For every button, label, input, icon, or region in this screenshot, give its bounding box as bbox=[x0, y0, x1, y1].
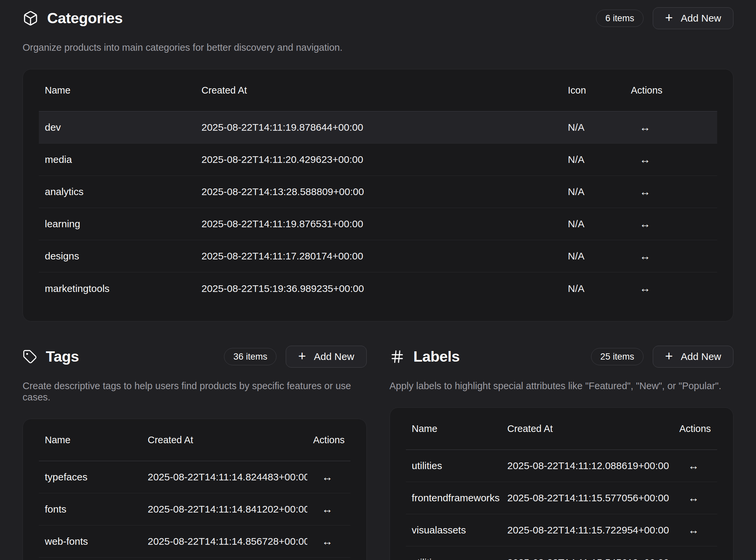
labels-card: Name Created At Actions utilities 2025-0… bbox=[390, 407, 734, 560]
cell-actions: ↔ bbox=[673, 492, 717, 504]
left-right-arrow-icon[interactable]: ↔ bbox=[688, 524, 699, 536]
plus-icon: + bbox=[665, 349, 673, 363]
table-row[interactable]: fonts 2025-08-22T14:11:14.841202+00:00 ↔ bbox=[39, 493, 351, 525]
table-row[interactable]: utilities 2025-08-22T14:11:12.088619+00:… bbox=[406, 450, 717, 482]
column-header-actions: Actions bbox=[673, 423, 717, 434]
table-row[interactable]: designs 2025-08-22T14:11:17.280174+00:00… bbox=[39, 240, 717, 272]
cell-created-at: 2025-08-22T14:11:17.280174+00:00 bbox=[196, 251, 562, 262]
table-row[interactable]: learning 2025-08-22T14:11:19.876531+00:0… bbox=[39, 208, 717, 240]
cell-name: fonts bbox=[39, 504, 142, 515]
cell-created-at: 2025-08-22T14:11:20.429623+00:00 bbox=[196, 154, 562, 165]
tags-title: Tags bbox=[46, 348, 79, 365]
cell-name: media bbox=[39, 154, 196, 165]
cell-actions: ↔ bbox=[625, 122, 717, 133]
categories-add-new-button[interactable]: + Add New bbox=[653, 7, 733, 29]
left-right-arrow-icon[interactable]: ↔ bbox=[639, 283, 651, 294]
cell-name: dev bbox=[39, 122, 196, 133]
add-new-label: Add New bbox=[681, 351, 721, 362]
categories-table-header: Name Created At Icon Actions bbox=[39, 69, 717, 112]
tags-table-body: typefaces 2025-08-22T14:11:14.824483+00:… bbox=[39, 461, 351, 560]
cell-created-at: 2025-08-22T14:11:19.878644+00:00 bbox=[196, 122, 562, 133]
cell-actions: ↔ bbox=[307, 504, 351, 515]
table-row[interactable]: utilities 2025-08-22T14:11:15.545619+00:… bbox=[406, 546, 717, 560]
cell-name: web-fonts bbox=[39, 536, 142, 547]
cell-icon: N/A bbox=[562, 122, 625, 133]
table-row[interactable]: analytics 2025-08-22T14:13:28.588809+00:… bbox=[39, 176, 717, 208]
left-right-arrow-icon[interactable]: ↔ bbox=[639, 218, 651, 230]
cell-actions: ↔ bbox=[625, 283, 717, 294]
left-right-arrow-icon[interactable]: ↔ bbox=[322, 536, 333, 547]
cell-name: learning bbox=[39, 218, 196, 229]
labels-header: Labels 25 items + Add New bbox=[390, 346, 734, 367]
hash-icon bbox=[390, 349, 405, 364]
labels-header-actions: 25 items + Add New bbox=[591, 346, 733, 367]
page: Categories 6 items + Add New Organize pr… bbox=[0, 7, 756, 560]
cell-name: utilities bbox=[406, 460, 501, 472]
cell-icon: N/A bbox=[562, 186, 625, 197]
left-right-arrow-icon[interactable]: ↔ bbox=[688, 492, 699, 504]
cell-name: designs bbox=[39, 251, 196, 262]
cell-created-at: 2025-08-22T14:11:15.577056+00:00 bbox=[501, 492, 674, 504]
table-row[interactable]: frontendframeworks 2025-08-22T14:11:15.5… bbox=[406, 482, 717, 514]
cell-created-at: 2025-08-22T14:13:28.588809+00:00 bbox=[196, 186, 562, 197]
tags-count-badge: 36 items bbox=[224, 348, 276, 365]
categories-subtitle: Organize products into main categories f… bbox=[23, 42, 733, 53]
cell-actions: ↔ bbox=[625, 186, 717, 198]
tags-add-new-button[interactable]: + Add New bbox=[286, 346, 366, 367]
cell-icon: N/A bbox=[562, 283, 625, 294]
cell-icon: N/A bbox=[562, 154, 625, 165]
column-header-name: Name bbox=[406, 423, 501, 434]
left-right-arrow-icon[interactable]: ↔ bbox=[688, 460, 699, 472]
tags-table-header: Name Created At Actions bbox=[39, 419, 351, 461]
categories-count-badge: 6 items bbox=[596, 9, 643, 27]
package-icon bbox=[23, 10, 39, 26]
add-new-label: Add New bbox=[681, 13, 721, 24]
left-right-arrow-icon[interactable]: ↔ bbox=[639, 154, 651, 165]
bottom-sections: Tags 36 items + Add New Create descripti… bbox=[23, 346, 733, 560]
column-header-created-at: Created At bbox=[196, 85, 562, 96]
cell-created-at: 2025-08-22T14:11:15.722954+00:00 bbox=[501, 524, 674, 536]
table-row[interactable]: dev 2025-08-22T14:11:19.878644+00:00 N/A… bbox=[39, 112, 717, 144]
plus-icon: + bbox=[665, 11, 673, 24]
cell-name: frontendframeworks bbox=[406, 492, 501, 504]
left-right-arrow-icon[interactable]: ↔ bbox=[639, 186, 651, 198]
cell-created-at: 2025-08-22T14:11:14.841202+00:00 bbox=[142, 504, 307, 515]
tags-card: Name Created At Actions typefaces 2025-0… bbox=[23, 419, 367, 560]
labels-count-badge: 25 items bbox=[591, 348, 643, 365]
tags-table: Name Created At Actions typefaces 2025-0… bbox=[39, 419, 351, 560]
tag-icon bbox=[23, 349, 37, 364]
table-row[interactable]: serif-fonts 2025-08-22T14:11:14.758209+0… bbox=[39, 558, 351, 560]
left-right-arrow-icon[interactable]: ↔ bbox=[322, 472, 333, 483]
left-right-arrow-icon[interactable]: ↔ bbox=[688, 557, 699, 560]
left-right-arrow-icon[interactable]: ↔ bbox=[639, 122, 651, 133]
cell-created-at: 2025-08-22T14:11:12.088619+00:00 bbox=[501, 460, 674, 472]
labels-table: Name Created At Actions utilities 2025-0… bbox=[406, 408, 717, 560]
column-header-name: Name bbox=[39, 85, 196, 96]
column-header-actions: Actions bbox=[625, 85, 717, 96]
cell-created-at: 2025-08-22T14:11:19.876531+00:00 bbox=[196, 218, 562, 229]
labels-add-new-button[interactable]: + Add New bbox=[653, 346, 733, 367]
table-row[interactable]: web-fonts 2025-08-22T14:11:14.856728+00:… bbox=[39, 525, 351, 558]
labels-section: Labels 25 items + Add New Apply labels t… bbox=[390, 346, 734, 560]
table-row[interactable]: media 2025-08-22T14:11:20.429623+00:00 N… bbox=[39, 144, 717, 176]
cell-icon: N/A bbox=[562, 251, 625, 262]
cell-actions: ↔ bbox=[307, 472, 351, 483]
table-row[interactable]: visualassets 2025-08-22T14:11:15.722954+… bbox=[406, 514, 717, 546]
cell-created-at: 2025-08-22T14:11:14.824483+00:00 bbox=[142, 472, 307, 483]
categories-title: Categories bbox=[47, 9, 123, 27]
add-new-label: Add New bbox=[314, 351, 354, 362]
table-row[interactable]: typefaces 2025-08-22T14:11:14.824483+00:… bbox=[39, 461, 351, 493]
table-row[interactable]: marketingtools 2025-08-22T15:19:36.98923… bbox=[39, 272, 717, 304]
cell-actions: ↔ bbox=[307, 536, 351, 547]
labels-subtitle: Apply labels to highlight special attrib… bbox=[390, 380, 734, 392]
labels-table-header: Name Created At Actions bbox=[406, 408, 717, 450]
left-right-arrow-icon[interactable]: ↔ bbox=[639, 251, 651, 262]
cell-created-at: 2025-08-22T14:11:15.545619+00:00 bbox=[501, 557, 674, 560]
cell-created-at: 2025-08-22T14:11:14.856728+00:00 bbox=[142, 536, 307, 547]
tags-header-actions: 36 items + Add New bbox=[224, 346, 366, 367]
column-header-actions: Actions bbox=[307, 435, 351, 445]
tags-header: Tags 36 items + Add New bbox=[23, 346, 367, 367]
cell-created-at: 2025-08-22T15:19:36.989235+00:00 bbox=[196, 283, 562, 294]
left-right-arrow-icon[interactable]: ↔ bbox=[322, 504, 333, 515]
categories-table: Name Created At Icon Actions dev 2025-08… bbox=[39, 69, 717, 304]
